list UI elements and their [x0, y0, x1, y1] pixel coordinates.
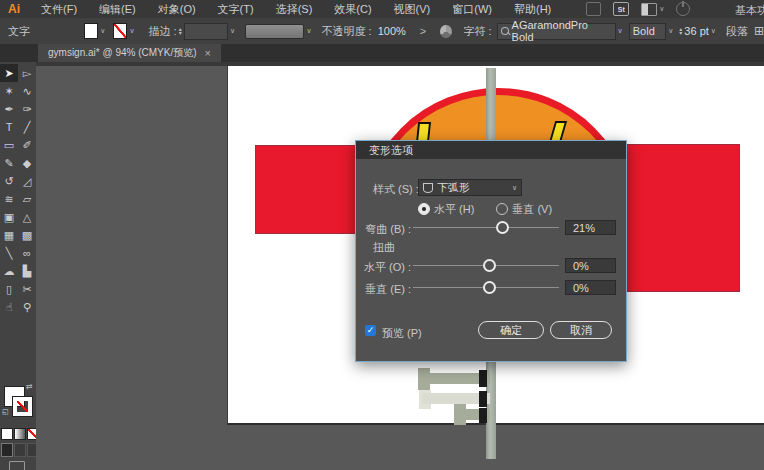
pen-tool[interactable]: ✒ [0, 100, 18, 118]
horizontal-slider-track[interactable] [413, 265, 559, 266]
font-style-dropdown[interactable]: Bold [629, 23, 666, 40]
curvature-tool[interactable]: ✑ [18, 100, 36, 118]
chevron-down-icon[interactable]: ∨ [711, 27, 716, 35]
eyedropper-tool[interactable]: ╲ [0, 244, 18, 262]
recolor-artwork-icon[interactable] [440, 25, 451, 38]
slice-tool-icon: ✂ [22, 283, 31, 296]
ok-button[interactable]: 确定 [478, 321, 544, 339]
eraser-tool[interactable]: ◆ [18, 154, 36, 172]
rotate-tool[interactable]: ↺ [0, 172, 18, 190]
free-transform-tool[interactable]: ▱ [18, 190, 36, 208]
color-mode-button[interactable] [1, 428, 13, 440]
opacity-value[interactable]: 100% [378, 25, 406, 37]
font-family-dropdown[interactable]: AGaramondPro Bold [497, 23, 616, 40]
stroke-weight-stepper[interactable]: ▴▾ [179, 27, 182, 35]
workspace-switcher[interactable]: 基本功能 [735, 3, 764, 18]
direct-selection-tool[interactable]: ▻ [18, 64, 36, 82]
paragraph-align-icon[interactable]: ⊞ [754, 24, 764, 38]
gradient-mode-button[interactable] [14, 428, 26, 440]
paragraph-label[interactable]: 段落 [726, 24, 748, 39]
gradient-tool[interactable]: ▩ [18, 226, 36, 244]
stroke-swatch[interactable] [13, 397, 32, 416]
warp-options-dialog: 变形选项 样式 (S) : 下弧形 ∨ 水平 (H) 垂直 (V) 弯曲 (B)… [355, 140, 627, 362]
stroke-weight-dropdown[interactable] [184, 23, 228, 40]
bend-slider-track[interactable] [413, 227, 559, 228]
menu-item-view[interactable]: 视图(V) [383, 2, 442, 17]
bend-slider-knob[interactable] [496, 221, 509, 234]
menu-item-edit[interactable]: 编辑(E) [88, 2, 147, 17]
default-fill-stroke-icon[interactable]: ◱ [2, 408, 9, 416]
menu-item-object[interactable]: 对象(O) [147, 2, 207, 17]
horizontal-slider-knob[interactable] [483, 259, 496, 272]
menu-item-help[interactable]: 帮助(H) [503, 2, 562, 17]
chevron-down-icon[interactable]: ∨ [668, 27, 673, 35]
character-label[interactable]: 字符 : [464, 24, 492, 39]
chevron-down-icon[interactable]: ∨ [306, 27, 311, 35]
selection-tool[interactable]: ➤ [0, 64, 18, 82]
type-tool[interactable]: T [0, 118, 18, 136]
menu-item-window[interactable]: 窗口(W) [441, 2, 503, 17]
vertical-value-field[interactable]: 0% [565, 280, 616, 295]
radio-selected-icon [418, 203, 430, 215]
blend-tool[interactable]: ∞ [18, 244, 36, 262]
bridge-icon[interactable] [586, 2, 601, 16]
context-label: 文字 [8, 24, 30, 39]
screen-mode-button[interactable] [9, 461, 25, 470]
document-tab[interactable]: gymsign.ai* @ 94% (CMYK/预览) × [38, 44, 221, 62]
style-label: 样式 (S) : [373, 182, 419, 197]
line-segment-tool[interactable]: ╱ [18, 118, 36, 136]
draw-normal-button[interactable] [1, 443, 13, 457]
sign-arm2-connector[interactable] [479, 391, 487, 407]
graph-tool[interactable]: ▙ [18, 262, 36, 280]
symbol-sprayer-tool[interactable]: ☁ [0, 262, 18, 280]
shaper-tool[interactable]: ✎ [0, 154, 18, 172]
share-icon[interactable] [676, 2, 690, 16]
warp-style-dropdown[interactable]: 下弧形 ∨ [418, 179, 522, 196]
menu-item-select[interactable]: 选择(S) [265, 2, 324, 17]
menu-item-effect[interactable]: 效果(C) [323, 2, 382, 17]
menu-item-type[interactable]: 文字(T) [207, 2, 265, 17]
slice-tool[interactable]: ✂ [18, 280, 36, 298]
vertical-slider-track[interactable] [413, 287, 559, 288]
hand-tool[interactable]: ☝ [0, 298, 18, 316]
menu-item-file[interactable]: 文件(F) [30, 2, 88, 17]
perspective-grid-tool[interactable]: △ [18, 208, 36, 226]
draw-behind-button[interactable] [14, 443, 26, 457]
radio-horizontal[interactable]: 水平 (H) [418, 202, 474, 217]
brush-definition-dropdown[interactable] [245, 24, 304, 39]
font-size-value[interactable]: 36 pt [684, 25, 708, 37]
opacity-expand-arrow[interactable]: > [420, 25, 426, 37]
zoom-tool[interactable]: ⚲ [18, 298, 36, 316]
stroke-color-swatch[interactable] [113, 23, 127, 39]
scale-tool[interactable]: ◿ [18, 172, 36, 190]
magic-wand-tool[interactable]: ✶ [0, 82, 18, 100]
horizontal-distort-label: 水平 (O) : [359, 260, 411, 275]
rectangle-tool-icon: ▭ [4, 139, 14, 152]
close-icon[interactable]: × [205, 47, 211, 59]
font-size-stepper[interactable]: ▴▾ [679, 27, 682, 35]
sign-arm1-connector[interactable] [479, 370, 487, 387]
adobe-stock-icon[interactable]: St [613, 2, 629, 16]
chevron-down-icon[interactable]: ∨ [618, 27, 623, 35]
width-tool[interactable]: ≋ [0, 190, 18, 208]
lasso-tool[interactable]: ∿ [18, 82, 36, 100]
paintbrush-tool[interactable]: ✐ [18, 136, 36, 154]
horizontal-value-field[interactable]: 0% [565, 258, 616, 273]
chevron-down-icon[interactable]: ∨ [100, 27, 105, 35]
preview-checkbox[interactable]: ✓ [365, 325, 376, 336]
radio-vertical[interactable]: 垂直 (V) [496, 202, 552, 217]
shape-builder-tool[interactable]: ▣ [0, 208, 18, 226]
dialog-title-bar[interactable]: 变形选项 [356, 141, 626, 159]
fill-color-swatch[interactable] [84, 23, 98, 39]
bend-value-field[interactable]: 21% [565, 220, 616, 235]
cancel-button[interactable]: 取消 [550, 321, 612, 339]
arrange-documents-control[interactable]: ∨ [641, 3, 664, 16]
rectangle-tool[interactable]: ▭ [0, 136, 18, 154]
chevron-down-icon[interactable]: ∨ [129, 27, 134, 35]
vertical-slider-knob[interactable] [483, 281, 496, 294]
mesh-tool[interactable]: ▦ [0, 226, 18, 244]
chevron-down-icon[interactable]: ∨ [230, 27, 235, 35]
swap-fill-stroke-icon[interactable]: ⇄ [26, 382, 33, 391]
sign-arm3-connector[interactable] [479, 408, 487, 423]
artboard-tool[interactable]: ▯ [0, 280, 18, 298]
